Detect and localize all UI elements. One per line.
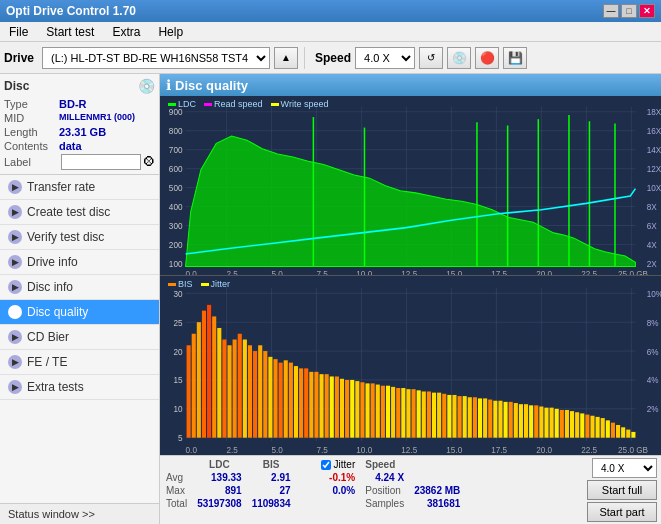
svg-rect-92 <box>273 359 277 438</box>
svg-rect-154 <box>590 416 594 438</box>
disc-info-icon: ▶ <box>8 280 22 294</box>
stats-bar: LDC BIS Jitter Speed Avg <box>160 455 661 524</box>
title-bar: Opti Drive Control 1.70 — □ ✕ <box>0 0 661 22</box>
maximize-button[interactable]: □ <box>621 4 637 18</box>
svg-text:8%: 8% <box>647 317 659 328</box>
svg-text:18X: 18X <box>647 107 661 117</box>
eject-button[interactable]: ▲ <box>274 47 298 69</box>
sidebar-item-fe-te[interactable]: ▶ FE / TE <box>0 350 159 375</box>
svg-rect-156 <box>601 418 605 438</box>
bottom-chart: BIS Jitter <box>160 276 661 455</box>
menu-file[interactable]: File <box>4 24 33 40</box>
svg-text:6%: 6% <box>647 346 659 357</box>
menu-bar: File Start test Extra Help <box>0 22 661 42</box>
erase-button[interactable]: 🔴 <box>475 47 499 69</box>
sidebar-item-extra-tests[interactable]: ▶ Extra tests <box>0 375 159 400</box>
svg-text:10: 10 <box>173 404 182 415</box>
svg-text:16X: 16X <box>647 126 661 136</box>
max-ldc: 891 <box>195 484 250 497</box>
svg-text:10.0: 10.0 <box>356 444 372 455</box>
top-chart-legend: LDC Read speed Write speed <box>168 99 328 109</box>
top-chart-svg: 900 800 700 600 500 400 300 200 100 18X … <box>160 96 661 275</box>
disc-label-label: Label <box>4 156 59 168</box>
svg-text:2X: 2X <box>647 258 657 268</box>
disc-button[interactable]: 💿 <box>447 47 471 69</box>
minimize-button[interactable]: — <box>603 4 619 18</box>
sidebar-item-create-test-disc[interactable]: ▶ Create test disc <box>0 200 159 225</box>
svg-rect-130 <box>468 397 472 437</box>
legend-jitter: Jitter <box>201 279 231 289</box>
svg-rect-112 <box>376 385 380 438</box>
nav-label-disc-info: Disc info <box>27 280 73 294</box>
svg-rect-88 <box>253 351 257 438</box>
sidebar-item-cd-bier[interactable]: ▶ CD Bier <box>0 325 159 350</box>
svg-rect-79 <box>207 305 211 438</box>
svg-text:22.5: 22.5 <box>581 269 597 275</box>
start-full-button[interactable]: Start full <box>587 480 657 500</box>
total-ldc: 53197308 <box>195 497 250 510</box>
svg-text:5.0: 5.0 <box>271 444 283 455</box>
ldc-label: LDC <box>178 99 196 109</box>
svg-rect-120 <box>417 390 421 437</box>
sidebar-item-verify-test-disc[interactable]: ▶ Verify test disc <box>0 225 159 250</box>
svg-rect-105 <box>340 379 344 438</box>
disc-type-label: Type <box>4 98 59 110</box>
svg-rect-121 <box>422 391 426 437</box>
jitter-checkbox[interactable] <box>321 460 331 470</box>
svg-text:10X: 10X <box>647 183 661 193</box>
stats-speed-select[interactable]: 4.0 X <box>592 458 657 478</box>
svg-rect-99 <box>309 372 313 438</box>
svg-rect-86 <box>243 340 247 438</box>
svg-rect-153 <box>585 415 589 438</box>
sidebar-item-drive-info[interactable]: ▶ Drive info <box>0 250 159 275</box>
close-button[interactable]: ✕ <box>639 4 655 18</box>
menu-extra[interactable]: Extra <box>107 24 145 40</box>
avg-ldc: 139.33 <box>195 471 250 484</box>
disc-type-row: Type BD-R <box>4 98 155 110</box>
svg-rect-110 <box>366 383 370 437</box>
ldc-col-header: LDC <box>195 458 250 471</box>
svg-rect-152 <box>580 413 584 437</box>
svg-rect-93 <box>279 363 283 438</box>
svg-rect-160 <box>621 427 625 437</box>
jitter-color <box>201 283 209 286</box>
svg-text:2%: 2% <box>647 404 659 415</box>
svg-text:500: 500 <box>169 183 183 193</box>
svg-rect-116 <box>396 388 400 438</box>
svg-text:25.0 GB: 25.0 GB <box>618 444 648 455</box>
svg-rect-159 <box>616 425 620 438</box>
sidebar-item-disc-quality[interactable]: ▶ Disc quality <box>0 300 159 325</box>
verify-test-disc-icon: ▶ <box>8 230 22 244</box>
label-icon[interactable]: ⭙ <box>143 155 155 169</box>
svg-text:5: 5 <box>178 433 183 444</box>
max-bis: 27 <box>250 484 299 497</box>
sidebar-item-transfer-rate[interactable]: ▶ Transfer rate <box>0 175 159 200</box>
disc-quality-header: ℹ Disc quality <box>160 74 661 96</box>
save-button[interactable]: 💾 <box>503 47 527 69</box>
jitter-checkbox-area: Jitter <box>321 459 356 470</box>
disc-label-row: Label ⭙ <box>4 154 155 170</box>
drive-select[interactable]: (L:) HL-DT-ST BD-RE WH16NS58 TST4 <box>42 47 270 69</box>
svg-text:6X: 6X <box>647 221 657 231</box>
sidebar-item-disc-info[interactable]: ▶ Disc info <box>0 275 159 300</box>
speed-select[interactable]: 4.0 X <box>355 47 415 69</box>
stats-right: 4.0 X Start full Start part <box>587 458 657 522</box>
svg-text:20.0: 20.0 <box>536 269 552 275</box>
refresh-button[interactable]: ↺ <box>419 47 443 69</box>
disc-length-label: Length <box>4 126 59 138</box>
write-speed-color <box>271 103 279 106</box>
svg-text:2.5: 2.5 <box>226 269 238 275</box>
svg-text:10.0: 10.0 <box>356 269 372 275</box>
menu-help[interactable]: Help <box>153 24 188 40</box>
menu-start-test[interactable]: Start test <box>41 24 99 40</box>
svg-text:15: 15 <box>173 375 182 386</box>
svg-rect-150 <box>570 411 574 438</box>
svg-rect-158 <box>611 423 615 438</box>
status-window-button[interactable]: Status window >> <box>0 503 159 524</box>
svg-text:30: 30 <box>173 288 182 299</box>
svg-rect-157 <box>606 420 610 437</box>
svg-rect-95 <box>289 363 293 438</box>
start-part-button[interactable]: Start part <box>587 502 657 522</box>
svg-rect-136 <box>498 401 502 438</box>
disc-label-input[interactable] <box>61 154 141 170</box>
